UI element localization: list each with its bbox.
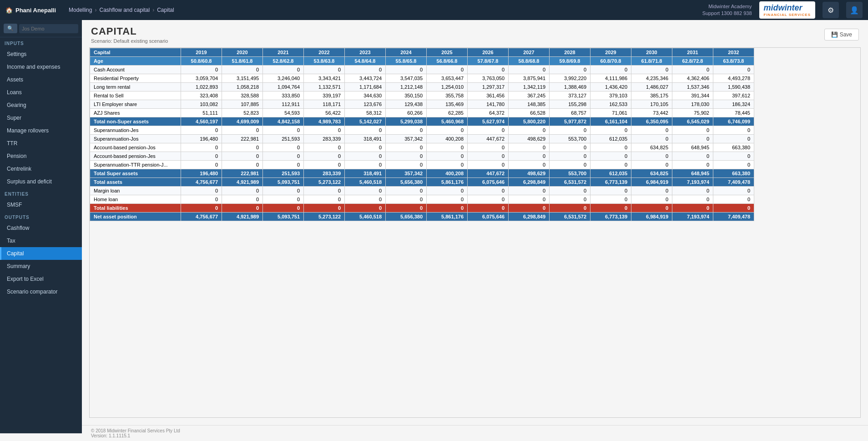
sidebar-item-loans[interactable]: Loans <box>0 86 82 99</box>
cell-value: 1,342,119 <box>509 83 550 91</box>
row-label: Superannuation-Jes <box>90 126 181 135</box>
cell-value: 186,324 <box>713 100 754 109</box>
cell-value: 0 <box>713 195 754 204</box>
cell-value: 0 <box>713 66 754 74</box>
cell-value: 0 <box>427 161 468 169</box>
cell-value: 0 <box>672 161 713 169</box>
sep2: › <box>152 7 154 13</box>
sidebar-section-label: ENTITIES <box>0 188 82 198</box>
cell-value: 4,699,009 <box>222 117 263 126</box>
sidebar-item-cashflow[interactable]: Cashflow <box>0 222 82 234</box>
cell-value: 3,246,040 <box>263 74 304 83</box>
cell-value: 6,350,095 <box>631 117 672 126</box>
cell-value: 0 <box>713 126 754 135</box>
cell-value: 6,298,849 <box>509 213 550 221</box>
cell-value: 0 <box>427 187 468 195</box>
save-button[interactable]: 💾 Save <box>824 29 859 41</box>
cell-value: 251,593 <box>263 169 304 178</box>
breadcrumb-capital[interactable]: Capital <box>157 7 174 13</box>
cell-value: 283,339 <box>304 169 345 178</box>
cell-value: 0 <box>509 187 550 195</box>
table-row: Total non-Super assets4,560,1974,699,009… <box>90 117 754 126</box>
cell-value: 400,208 <box>427 135 468 143</box>
cell-value: 3,875,941 <box>509 74 550 83</box>
cell-value: 4,362,406 <box>672 74 713 83</box>
search-button[interactable]: 🔍 <box>4 24 17 33</box>
sidebar-sections: INPUTSSettingsIncome and expensesAssetsL… <box>0 37 82 298</box>
cell-value: 0 <box>427 204 468 213</box>
cell-value: 1,590,438 <box>713 83 754 91</box>
row-label: Rental to Sell <box>90 91 181 100</box>
cell-value: 0 <box>427 126 468 135</box>
sidebar-item-capital[interactable]: Capital <box>0 247 82 260</box>
cell-value: 6,075,646 <box>468 178 509 187</box>
sidebar-item-pension[interactable]: Pension <box>0 150 82 162</box>
col-header-year-2021: 2021 <box>263 48 304 57</box>
cell-value: 68,757 <box>550 109 590 117</box>
sidebar-item-smsf[interactable]: SMSF <box>0 198 82 211</box>
cell-value: 0 <box>345 66 386 74</box>
cell-value: 367,245 <box>509 91 550 100</box>
cell-value: 1,537,346 <box>672 83 713 91</box>
sidebar-item-centrelink[interactable]: Centrelink <box>0 162 82 175</box>
cell-value: 51,111 <box>181 109 222 117</box>
cell-value: 0 <box>263 152 304 161</box>
copyright: © 2018 Midwinter Financial Services Pty … <box>91 428 859 433</box>
breadcrumb-modelling[interactable]: Modelling <box>69 7 92 13</box>
sidebar-item-income-expenses[interactable]: Income and expenses <box>0 61 82 73</box>
sidebar-item-assets[interactable]: Assets <box>0 73 82 86</box>
age-value: 60.8/70.8 <box>590 57 631 66</box>
table-row: Superannuation-Jos196,480222,981251,5932… <box>90 135 754 143</box>
sidebar-item-export-excel[interactable]: Export to Excel <box>0 273 82 285</box>
cell-value: 3,343,421 <box>304 74 345 83</box>
cell-value: 0 <box>386 126 427 135</box>
user-logo: 🏠 Phani Anepalli <box>5 7 56 14</box>
sidebar-item-surplus-deficit[interactable]: Surplus and deficit <box>0 175 82 188</box>
row-label: Margin loan <box>90 187 181 195</box>
cell-value: 0 <box>181 152 222 161</box>
sidebar-item-tax[interactable]: Tax <box>0 234 82 247</box>
sidebar-item-scenario-comparator[interactable]: Scenario comparator <box>0 285 82 298</box>
cell-value: 1,171,684 <box>345 83 386 91</box>
cell-value: 112,911 <box>263 100 304 109</box>
logo-text: midwinter <box>764 3 811 13</box>
nav-right: Midwinter Academy Support 1300 882 938 m… <box>702 1 863 19</box>
cell-value: 0 <box>222 195 263 204</box>
search-input[interactable] <box>19 24 78 33</box>
cell-value: 0 <box>427 143 468 152</box>
main-layout: 🔍 INPUTSSettingsIncome and expensesAsset… <box>0 20 868 441</box>
table-scroll[interactable]: Capital201920202021202220232024202520262… <box>89 47 861 418</box>
settings-icon-btn[interactable]: ⚙ <box>823 2 839 18</box>
cell-value: 0 <box>631 66 672 74</box>
sidebar-item-super[interactable]: Super <box>0 112 82 124</box>
table-row: Rental to Sell323,408328,588333,850339,1… <box>90 91 754 100</box>
sidebar-item-manage-rollovers[interactable]: Manage rollovers <box>0 124 82 137</box>
cell-value: 170,105 <box>631 100 672 109</box>
table-row: Cash Account00000000000000 <box>90 66 754 74</box>
cell-value: 148,385 <box>509 100 550 109</box>
user-icon-btn[interactable]: 👤 <box>846 2 863 18</box>
cell-value: 0 <box>509 204 550 213</box>
cell-value: 323,408 <box>181 91 222 100</box>
midwinter-info: Midwinter Academy Support 1300 882 938 <box>702 3 752 17</box>
cell-value: 5,093,751 <box>263 178 304 187</box>
sidebar-item-summary[interactable]: Summary <box>0 260 82 273</box>
cell-value: 0 <box>550 152 590 161</box>
cell-value: 0 <box>672 195 713 204</box>
cell-value: 0 <box>468 204 509 213</box>
cell-value: 0 <box>181 187 222 195</box>
breadcrumb-cashflow[interactable]: Cashflow and capital <box>99 7 150 13</box>
cell-value: 4,111,986 <box>590 74 631 83</box>
cell-value: 0 <box>181 143 222 152</box>
sidebar-item-settings[interactable]: Settings <box>0 48 82 61</box>
cell-value: 357,342 <box>386 169 427 178</box>
cell-value: 5,861,176 <box>427 178 468 187</box>
cell-value: 0 <box>550 143 590 152</box>
cell-value: 118,171 <box>304 100 345 109</box>
table-row: Superannuation-Jes00000000000000 <box>90 126 754 135</box>
sidebar-item-ttr[interactable]: TTR <box>0 137 82 150</box>
sidebar-item-gearing[interactable]: Gearing <box>0 99 82 112</box>
cell-value: 5,656,380 <box>386 213 427 221</box>
home-icon[interactable]: 🏠 <box>5 7 13 14</box>
cell-value: 0 <box>386 152 427 161</box>
